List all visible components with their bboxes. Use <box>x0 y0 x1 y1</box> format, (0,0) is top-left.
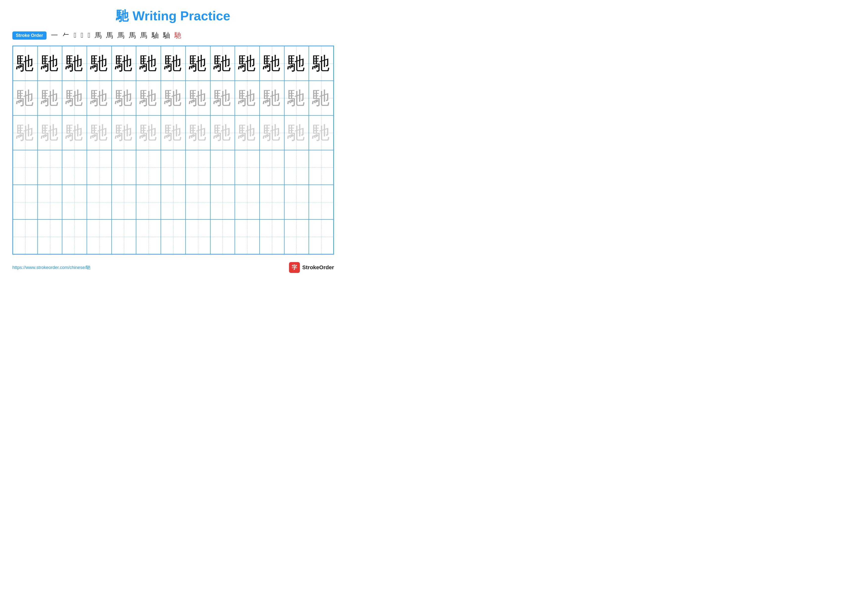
practice-char: 馳 <box>65 89 84 107</box>
grid-cell[interactable] <box>37 219 62 254</box>
grid-cell[interactable] <box>112 185 136 219</box>
grid-cell[interactable] <box>260 219 284 254</box>
grid-cell[interactable]: 馳 <box>13 81 37 115</box>
grid-cell[interactable]: 馳 <box>62 81 87 115</box>
grid-cell[interactable]: 馳 <box>112 115 136 150</box>
grid-cell[interactable] <box>235 150 260 185</box>
grid-cell[interactable] <box>112 150 136 185</box>
grid-cell[interactable] <box>260 185 284 219</box>
grid-cell[interactable]: 馳 <box>260 81 284 115</box>
grid-cell[interactable]: 馳 <box>260 115 284 150</box>
grid-cell[interactable] <box>136 219 161 254</box>
practice-char: 馳 <box>115 124 133 141</box>
grid-cell[interactable]: 馳 <box>136 46 161 81</box>
grid-cell[interactable] <box>210 185 235 219</box>
practice-char: 馳 <box>115 54 133 72</box>
grid-cell[interactable]: 馳 <box>186 81 210 115</box>
grid-cell[interactable] <box>87 150 112 185</box>
grid-cell[interactable] <box>284 185 309 219</box>
grid-cell[interactable] <box>210 219 235 254</box>
grid-cell[interactable] <box>136 185 161 219</box>
practice-char: 馳 <box>90 124 108 141</box>
grid-cell[interactable]: 馳 <box>309 81 333 115</box>
grid-cell[interactable]: 馳 <box>260 46 284 81</box>
grid-cell[interactable] <box>62 150 87 185</box>
practice-char: 馳 <box>41 124 59 141</box>
grid-cell[interactable]: 馳 <box>136 81 161 115</box>
grid-cell[interactable]: 馳 <box>235 81 260 115</box>
grid-cell[interactable]: 馳 <box>210 46 235 81</box>
grid-cell[interactable] <box>186 185 210 219</box>
grid-cell[interactable]: 馳 <box>161 81 186 115</box>
grid-cell[interactable] <box>112 219 136 254</box>
stroke-step-2: 𠂉 <box>62 31 69 39</box>
grid-cell[interactable]: 馳 <box>136 115 161 150</box>
page-title: 馳 Writing Practice <box>116 9 230 23</box>
grid-cell[interactable] <box>284 150 309 185</box>
stroke-order-row: Stroke Order 一 𠂉 𠃋 𠃍 𠃏 馬 馬 馬 馬 馬 駎 駎 馳 <box>12 31 334 40</box>
grid-cell[interactable]: 馳 <box>37 115 62 150</box>
grid-cell[interactable]: 馳 <box>309 115 333 150</box>
grid-cell[interactable] <box>210 150 235 185</box>
grid-cell[interactable] <box>284 219 309 254</box>
grid-cell[interactable] <box>136 150 161 185</box>
grid-cell[interactable] <box>37 185 62 219</box>
grid-cell[interactable]: 馳 <box>62 46 87 81</box>
grid-cell[interactable] <box>235 219 260 254</box>
stroke-step-1: 一 <box>51 31 58 40</box>
grid-cell[interactable] <box>13 219 37 254</box>
grid-cell[interactable] <box>309 219 333 254</box>
grid-cell[interactable]: 馳 <box>186 46 210 81</box>
practice-char: 馳 <box>189 89 207 107</box>
practice-char: 馳 <box>214 54 231 72</box>
practice-char: 馳 <box>263 89 281 107</box>
practice-char: 馳 <box>140 54 157 72</box>
grid-cell[interactable]: 馳 <box>62 115 87 150</box>
grid-cell[interactable]: 馳 <box>13 46 37 81</box>
grid-cell[interactable]: 馳 <box>87 46 112 81</box>
grid-cell[interactable]: 馳 <box>112 46 136 81</box>
grid-cell[interactable]: 馳 <box>87 81 112 115</box>
grid-cell[interactable]: 馳 <box>309 46 333 81</box>
grid-cell[interactable] <box>87 185 112 219</box>
stroke-step-11: 駎 <box>152 31 159 40</box>
grid-cell[interactable]: 馳 <box>37 46 62 81</box>
grid-cell[interactable] <box>309 150 333 185</box>
grid-cell[interactable]: 馳 <box>161 46 186 81</box>
practice-char: 馳 <box>90 54 108 72</box>
grid-cell[interactable]: 馳 <box>235 115 260 150</box>
grid-cell[interactable] <box>186 219 210 254</box>
grid-cell[interactable]: 馳 <box>284 115 309 150</box>
grid-cell[interactable]: 馳 <box>13 115 37 150</box>
grid-cell[interactable] <box>87 219 112 254</box>
grid-cell[interactable]: 馳 <box>284 81 309 115</box>
grid-cell[interactable] <box>161 150 186 185</box>
practice-char: 馳 <box>312 89 330 107</box>
grid-cell[interactable]: 馳 <box>161 115 186 150</box>
grid-cell[interactable]: 馳 <box>210 115 235 150</box>
grid-cell[interactable]: 馳 <box>210 81 235 115</box>
grid-cell[interactable]: 馳 <box>37 81 62 115</box>
grid-cell[interactable]: 馳 <box>235 46 260 81</box>
practice-char: 馳 <box>90 89 108 107</box>
grid-cell[interactable] <box>13 150 37 185</box>
footer-url[interactable]: https://www.strokeorder.com/chinese/馳 <box>12 264 91 270</box>
grid-cell[interactable] <box>37 150 62 185</box>
practice-char: 馳 <box>164 54 182 72</box>
grid-cell[interactable] <box>260 150 284 185</box>
grid-cell[interactable]: 馳 <box>284 46 309 81</box>
stroke-step-9: 馬 <box>129 31 136 40</box>
footer: https://www.strokeorder.com/chinese/馳 字 … <box>12 262 334 273</box>
grid-cell[interactable]: 馳 <box>87 115 112 150</box>
grid-cell[interactable] <box>13 185 37 219</box>
stroke-order-badge: Stroke Order <box>12 31 46 40</box>
grid-cell[interactable] <box>62 219 87 254</box>
grid-cell[interactable] <box>161 185 186 219</box>
grid-cell[interactable]: 馳 <box>112 81 136 115</box>
grid-cell[interactable] <box>186 150 210 185</box>
grid-cell[interactable]: 馳 <box>186 115 210 150</box>
grid-cell[interactable] <box>62 185 87 219</box>
grid-cell[interactable] <box>235 185 260 219</box>
grid-cell[interactable] <box>309 185 333 219</box>
grid-cell[interactable] <box>161 219 186 254</box>
